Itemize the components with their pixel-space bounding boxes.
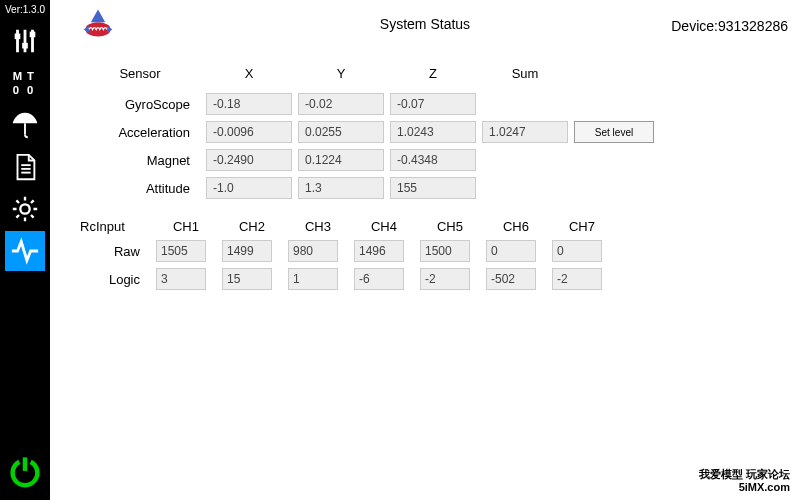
col-z: Z [390,66,476,87]
accel-sum: 1.0247 [482,121,568,143]
rc-raw-4: 1496 [354,240,404,262]
accel-x: -0.0096 [206,121,292,143]
rc-table: RcInput CH1 CH2 CH3 CH4 CH5 CH6 CH7 Raw … [80,219,780,290]
magnet-y: 0.1224 [298,149,384,171]
rc-raw-3: 980 [288,240,338,262]
device-label: Device: [671,18,718,34]
row-accel-label: Acceleration [80,125,200,140]
sidebar-umbrella-icon[interactable] [5,105,45,145]
rc-raw-2: 1499 [222,240,272,262]
watermark-line1: 我爱模型 玩家论坛 [699,468,790,481]
magnet-x: -0.2490 [206,149,292,171]
rc-title: RcInput [80,219,150,234]
rc-raw-5: 1500 [420,240,470,262]
rc-ch4: CH4 [354,219,414,234]
svg-text:0: 0 [13,84,19,96]
watermark-line2: 5iMX.com [699,481,790,494]
rc-logic-5: -2 [420,268,470,290]
main-panel: System Status Device:931328286 Sensor X … [50,0,800,500]
rc-raw-7: 0 [552,240,602,262]
svg-point-14 [20,204,29,213]
rc-logic-4: -6 [354,268,404,290]
rc-logic-3: 1 [288,268,338,290]
svg-rect-3 [15,34,21,40]
sidebar-settings-icon[interactable] [5,189,45,229]
rc-ch1: CH1 [156,219,216,234]
sidebar-status-icon[interactable] [5,231,45,271]
sensor-table: Sensor X Y Z Sum GyroScope -0.18 -0.02 -… [80,66,780,199]
magnet-z: -0.4348 [390,149,476,171]
attitude-z: 155 [390,177,476,199]
sidebar-power-icon[interactable] [5,452,45,492]
rc-ch2: CH2 [222,219,282,234]
content: Sensor X Y Z Sum GyroScope -0.18 -0.02 -… [50,48,800,290]
accel-z: 1.0243 [390,121,476,143]
set-level-button[interactable]: Set level [574,121,654,143]
accel-y: 0.0255 [298,121,384,143]
col-y: Y [298,66,384,87]
app-logo-icon [80,6,116,42]
header: System Status Device:931328286 [50,0,800,48]
svg-rect-4 [22,43,28,49]
svg-text:M: M [13,70,22,82]
attitude-y: 1.3 [298,177,384,199]
rc-logic-6: -502 [486,268,536,290]
rc-ch5: CH5 [420,219,480,234]
rc-raw-6: 0 [486,240,536,262]
rc-logic-1: 3 [156,268,206,290]
sidebar-document-icon[interactable] [5,147,45,187]
device-id: 931328286 [718,18,788,34]
sidebar-tuning-icon[interactable] [5,21,45,61]
watermark: 我爱模型 玩家论坛 5iMX.com [699,468,790,494]
sidebar-mt-icon[interactable]: MT00 [5,63,45,103]
rc-ch6: CH6 [486,219,546,234]
rc-logic-2: 15 [222,268,272,290]
sidebar: Ver:1.3.0 MT00 [0,0,50,500]
row-magnet-label: Magnet [80,153,200,168]
row-attitude-label: Attitude [80,181,200,196]
col-x: X [206,66,292,87]
col-sensor: Sensor [80,66,200,87]
version-label: Ver:1.3.0 [5,0,45,21]
attitude-x: -1.0 [206,177,292,199]
rc-ch7: CH7 [552,219,612,234]
svg-rect-5 [30,32,36,38]
row-gyro-label: GyroScope [80,97,200,112]
rc-ch3: CH3 [288,219,348,234]
gyro-z: -0.07 [390,93,476,115]
rc-logic-label: Logic [80,272,150,287]
svg-text:T: T [27,70,34,82]
gyro-x: -0.18 [206,93,292,115]
col-sum: Sum [482,66,568,87]
rc-raw-1: 1505 [156,240,206,262]
gyro-y: -0.02 [298,93,384,115]
rc-logic-7: -2 [552,268,602,290]
rc-raw-label: Raw [80,244,150,259]
device-info: Device:931328286 [671,18,788,34]
svg-text:0: 0 [27,84,33,96]
